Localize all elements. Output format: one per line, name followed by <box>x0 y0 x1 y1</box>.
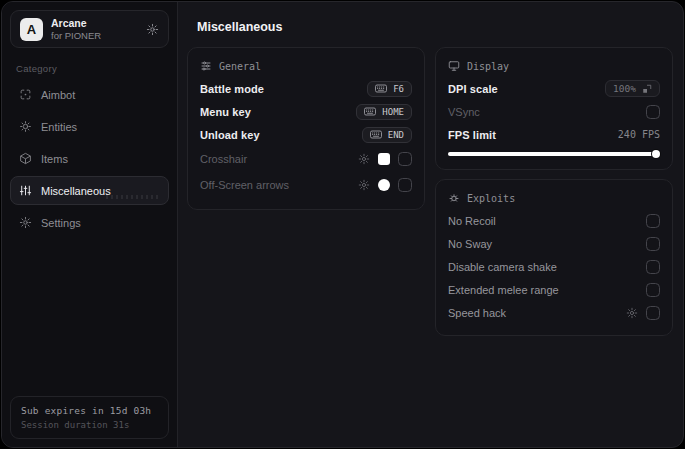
no-recoil-checkbox[interactable] <box>646 214 660 228</box>
content-columns: General Battle mode <box>187 47 674 336</box>
session-duration-text: Session duration 31s <box>21 420 158 430</box>
subscription-info-card: Sub expires in 15d 03h Session duration … <box>10 396 169 439</box>
gear-icon[interactable] <box>146 23 159 36</box>
speed-hack-row: Speed hack <box>448 301 660 324</box>
battle-mode-row: Battle mode F6 <box>200 77 412 100</box>
sidebar-item-label: Settings <box>41 217 81 229</box>
offscreen-arrows-controls <box>358 178 412 192</box>
logo-card: A Arcane for PIONER <box>10 10 169 48</box>
general-card-header: General <box>200 60 412 72</box>
app-subtitle: for PIONER <box>51 30 101 42</box>
keyboard-icon <box>375 84 387 93</box>
gear-icon[interactable] <box>358 179 370 191</box>
crosshair-color-swatch[interactable] <box>378 153 390 165</box>
no-sway-label: No Sway <box>448 238 492 250</box>
keyboard-icon <box>364 107 376 116</box>
left-column: General Battle mode <box>187 47 425 210</box>
sidebar-item-settings[interactable]: Settings <box>10 208 169 237</box>
sidebar-item-aimbot[interactable]: Aimbot <box>10 80 169 109</box>
exploits-header-label: Exploits <box>467 193 515 204</box>
display-card: Display DPI scale 100% <box>435 47 673 170</box>
disable-camera-shake-checkbox[interactable] <box>646 260 660 274</box>
fps-limit-label: FPS limit <box>448 129 496 141</box>
keyboard-icon <box>370 130 382 139</box>
gear-icon[interactable] <box>358 153 370 165</box>
extended-melee-range-checkbox[interactable] <box>646 283 660 297</box>
offscreen-arrows-row: Off-Screen arrows <box>200 172 412 198</box>
no-sway-checkbox[interactable] <box>646 237 660 251</box>
menu-key-key: HOME <box>382 107 404 117</box>
package-icon <box>19 152 32 165</box>
sidebar-nav: Aimbot Entities <box>10 80 169 237</box>
fps-limit-slider[interactable] <box>448 149 660 158</box>
fps-limit-row: FPS limit 240 FPS <box>448 123 660 146</box>
battle-mode-keybind[interactable]: F6 <box>367 81 412 97</box>
dpi-scale-row: DPI scale 100% <box>448 77 660 100</box>
sliders-horizontal-icon <box>200 60 212 72</box>
gear-icon <box>19 216 32 229</box>
app-title: Arcane <box>51 17 101 30</box>
sidebar-item-label: Items <box>41 153 68 165</box>
disable-camera-shake-label: Disable camera shake <box>448 261 557 273</box>
sidebar-item-miscellaneous[interactable]: Miscellaneous <box>10 176 169 205</box>
exploits-card-header: Exploits <box>448 192 660 204</box>
category-label: Category <box>16 63 163 74</box>
gear-icon[interactable] <box>626 307 638 319</box>
no-recoil-row: No Recoil <box>448 209 660 232</box>
app-window: A Arcane for PIONER Category <box>1 1 684 448</box>
display-card-header: Display <box>448 60 660 72</box>
offscreen-arrows-checkbox[interactable] <box>398 178 412 192</box>
sliders-icon <box>19 184 32 197</box>
dpi-scale-label: DPI scale <box>448 83 498 95</box>
monitor-icon <box>448 60 460 72</box>
display-header-label: Display <box>467 61 509 72</box>
crosshair-scan-icon <box>19 88 32 101</box>
main-content: Miscellaneous General <box>178 2 683 447</box>
sidebar-item-label: Entities <box>41 121 77 133</box>
vsync-row: VSync <box>448 100 660 123</box>
slider-fill <box>448 152 660 156</box>
offscreen-arrows-label: Off-Screen arrows <box>200 179 289 191</box>
vsync-checkbox[interactable] <box>646 105 660 119</box>
extended-melee-range-row: Extended melee range <box>448 278 660 301</box>
app-stage: A Arcane for PIONER Category <box>0 0 685 449</box>
speed-hack-controls <box>626 306 660 320</box>
sidebar-spacer <box>10 237 169 396</box>
bug-icon <box>448 192 460 204</box>
sidebar-item-label: Miscellaneous <box>41 185 111 197</box>
exploits-card: Exploits No Recoil No Sway Disable camer… <box>435 179 673 336</box>
unload-key-label: Unload key <box>200 129 260 141</box>
unload-key-keybind[interactable]: END <box>362 127 412 143</box>
sidebar-item-entities[interactable]: Entities <box>10 112 169 141</box>
unload-key-row: Unload key END <box>200 123 412 146</box>
battle-mode-key: F6 <box>393 84 404 94</box>
slider-knob[interactable] <box>652 150 660 158</box>
sidebar-item-label: Aimbot <box>41 89 75 101</box>
general-header-label: General <box>219 61 261 72</box>
crosshair-label: Crosshair <box>200 153 247 165</box>
general-card: General Battle mode <box>187 47 425 210</box>
menu-key-row: Menu key HOME <box>200 100 412 123</box>
battle-mode-label: Battle mode <box>200 83 264 95</box>
crosshair-controls <box>358 152 412 166</box>
vsync-label: VSync <box>448 106 480 118</box>
right-column: Display DPI scale 100% <box>435 47 673 336</box>
entities-icon <box>19 120 32 133</box>
logo-text: Arcane for PIONER <box>51 17 101 42</box>
sub-expiry-text: Sub expires in 15d 03h <box>21 405 158 416</box>
sidebar: A Arcane for PIONER Category <box>2 2 178 447</box>
fps-limit-value: 240 FPS <box>618 129 660 140</box>
sidebar-item-items[interactable]: Items <box>10 144 169 173</box>
no-recoil-label: No Recoil <box>448 215 496 227</box>
dpi-scale-select[interactable]: 100% <box>605 80 660 97</box>
speed-hack-checkbox[interactable] <box>646 306 660 320</box>
speed-hack-label: Speed hack <box>448 307 506 319</box>
menu-key-keybind[interactable]: HOME <box>356 104 412 120</box>
disable-camera-shake-row: Disable camera shake <box>448 255 660 278</box>
offscreen-arrows-color-swatch[interactable] <box>378 179 390 191</box>
crosshair-row: Crosshair <box>200 146 412 172</box>
dpi-scale-value: 100% <box>613 83 636 94</box>
extended-melee-range-label: Extended melee range <box>448 284 559 296</box>
crosshair-checkbox[interactable] <box>398 152 412 166</box>
no-sway-row: No Sway <box>448 232 660 255</box>
